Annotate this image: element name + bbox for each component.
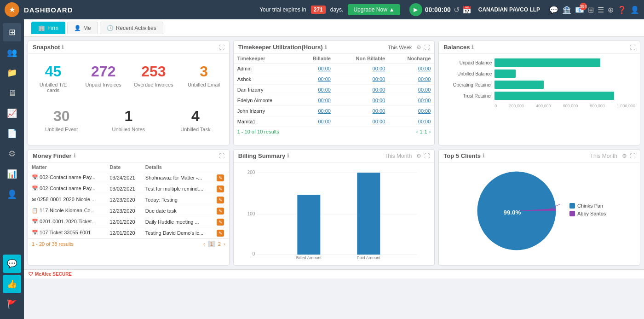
- edit-icon[interactable]: ✎: [217, 219, 224, 226]
- top5-settings-icon[interactable]: ⚙: [622, 153, 627, 159]
- sidebar-icon-thumbs[interactable]: 👍: [3, 275, 21, 293]
- sidebar-icon-reports[interactable]: 📊: [3, 165, 21, 183]
- tk-cell-nocharge[interactable]: 00:00: [389, 64, 434, 74]
- tk-cell-nonbillable[interactable]: 00:00: [334, 85, 389, 95]
- mf-cell-edit[interactable]: ✎: [213, 194, 229, 205]
- mf-cell-edit[interactable]: ✎: [213, 172, 229, 183]
- snapshot-item-task: 4 Unbilled Task: [162, 99, 229, 138]
- tk-cell-billable[interactable]: 00:00: [297, 85, 334, 95]
- money-finder-expand-icon[interactable]: ⛶: [219, 153, 224, 159]
- tab-firm[interactable]: 🏢 Firm: [31, 22, 65, 34]
- money-finder-info-icon[interactable]: ℹ: [74, 153, 75, 159]
- sidebar-icon-home[interactable]: ⊞: [3, 23, 21, 41]
- menu-nav-icon[interactable]: ☰: [598, 6, 604, 14]
- edit-icon[interactable]: ✎: [217, 186, 224, 192]
- balances-panel: Balances ℹ ⛶ Unpaid Balance: [438, 41, 640, 145]
- balances-info-icon[interactable]: ℹ: [472, 44, 473, 50]
- tk-cell-nonbillable[interactable]: 00:00: [334, 95, 389, 106]
- sidebar-icon-chat[interactable]: 💬: [3, 255, 21, 273]
- reset-timer-icon[interactable]: ↺: [454, 6, 460, 14]
- balances-actions: ⛶: [630, 44, 635, 51]
- snapshot-row1: 45 Unbilled T/E cards 272 Unpaid Invoice…: [28, 54, 229, 99]
- billing-summary-info-icon[interactable]: ℹ: [287, 153, 289, 159]
- timekeeper-settings-icon[interactable]: ⚙: [416, 44, 421, 51]
- tk-cell-billable[interactable]: 00:00: [297, 95, 334, 106]
- snapshot-info-icon[interactable]: ℹ: [62, 44, 63, 50]
- mf-next-icon[interactable]: ›: [224, 241, 225, 247]
- tk-row: Mamta1 00:00 00:00 00:00: [234, 116, 435, 127]
- grid-nav-icon[interactable]: ⊞: [588, 6, 594, 14]
- timekeeper-pagination: 1 - 10 of 10 results ‹ 1 1 ›: [234, 127, 435, 136]
- mf-row: 📅 0201-0001-2020-Ticket... 12/01/2020 Da…: [28, 216, 229, 227]
- legend-label-chinks: Chinks Pan: [577, 203, 603, 209]
- mf-row-icon: ✉: [32, 197, 36, 202]
- mf-cell-edit[interactable]: ✎: [213, 227, 229, 238]
- mf-results-text: 1 - 20 of 38 results: [32, 241, 74, 247]
- timekeeper-expand-icon[interactable]: ⛶: [424, 44, 430, 51]
- bar-label-unpaid: Unpaid Balance: [443, 60, 492, 65]
- chat-nav-icon[interactable]: 💬: [549, 6, 558, 14]
- mf-cell-edit[interactable]: ✎: [213, 216, 229, 227]
- tk-cell-nocharge[interactable]: 00:00: [389, 95, 434, 106]
- billing-settings-icon[interactable]: ⚙: [416, 153, 421, 159]
- top5-expand-icon[interactable]: ⛶: [630, 153, 635, 159]
- edit-icon[interactable]: ✎: [217, 230, 224, 237]
- notification-icon[interactable]: 📧 394: [575, 6, 584, 14]
- tk-cell-nonbillable[interactable]: 00:00: [334, 74, 389, 85]
- money-finder-actions: ⛶: [219, 153, 224, 159]
- bar-row-unbilled: Unbilled Balance: [443, 70, 635, 78]
- sidebar-icon-integrations[interactable]: ⚙: [3, 145, 21, 163]
- sidebar-icon-contacts[interactable]: 👤: [3, 185, 21, 203]
- play-button[interactable]: ▶: [409, 3, 422, 16]
- tk-col-nocharge: Nocharge: [389, 54, 434, 64]
- tk-cell-nocharge[interactable]: 00:00: [389, 85, 434, 95]
- tk-cell-nocharge[interactable]: 00:00: [389, 116, 434, 127]
- tk-cell-nocharge[interactable]: 00:00: [389, 74, 434, 85]
- timekeeper-info-icon[interactable]: ℹ: [325, 44, 327, 50]
- sidebar-icon-flag[interactable]: 🚩: [3, 295, 21, 313]
- tk-next-icon[interactable]: ›: [429, 129, 431, 134]
- edit-icon[interactable]: ✎: [217, 208, 224, 215]
- snapshot-label-event: Unbilled Event: [33, 127, 91, 132]
- help-nav-icon[interactable]: ❓: [617, 6, 627, 14]
- upgrade-button[interactable]: Upgrade Now ▲: [348, 4, 400, 15]
- snapshot-expand-icon[interactable]: ⛶: [219, 44, 224, 51]
- tab-me[interactable]: 👤 Me: [67, 22, 98, 34]
- tab-recent-activities[interactable]: 🕒 Recent Activities: [100, 22, 163, 34]
- top5-title: Top 5 Clients ℹ: [443, 152, 484, 159]
- tk-cell-nonbillable[interactable]: 00:00: [334, 106, 389, 116]
- mf-cell-edit[interactable]: ✎: [213, 205, 229, 216]
- tk-prev-icon[interactable]: ‹: [416, 129, 418, 134]
- calendar-icon[interactable]: 📅: [462, 6, 472, 14]
- sidebar-icon-documents[interactable]: 📁: [3, 64, 21, 82]
- tk-cell-nonbillable[interactable]: 00:00: [334, 64, 389, 74]
- edit-icon[interactable]: ✎: [217, 197, 224, 203]
- snapshot-number-overdue: 253: [133, 63, 174, 80]
- bank-nav-icon[interactable]: 🏦: [562, 6, 571, 14]
- tk-cell-billable[interactable]: 00:00: [297, 64, 334, 74]
- svg-text:0: 0: [252, 251, 255, 256]
- plus-nav-icon[interactable]: ⊕: [608, 6, 614, 14]
- top5-info-icon[interactable]: ℹ: [483, 153, 484, 159]
- billing-chart: 200 100 0 Billed Amount Paid Amount: [234, 162, 435, 265]
- tk-cell-nonbillable[interactable]: 00:00: [334, 116, 389, 127]
- tk-cell-nocharge[interactable]: 00:00: [389, 106, 434, 116]
- tk-cell-billable[interactable]: 00:00: [297, 116, 334, 127]
- mf-cell-details: Daily Huddle meeting ...: [142, 216, 213, 227]
- sidebar-icon-monitor[interactable]: 🖥: [3, 84, 21, 102]
- tk-cell-billable[interactable]: 00:00: [297, 106, 334, 116]
- sidebar-icon-invoice[interactable]: 📄: [3, 124, 21, 143]
- tk-cell-billable[interactable]: 00:00: [297, 74, 334, 85]
- billing-expand-icon[interactable]: ⛶: [424, 153, 430, 159]
- edit-icon[interactable]: ✎: [217, 174, 224, 181]
- sidebar-icon-chart[interactable]: 📈: [3, 104, 21, 122]
- snapshot-row2: 30 Unbilled Event 1 Unbilled Notes 4 Unb…: [28, 99, 229, 145]
- user-nav-icon[interactable]: 👤: [630, 6, 639, 14]
- sidebar-icon-clients[interactable]: 👥: [3, 43, 21, 62]
- mf-prev-icon[interactable]: ‹: [203, 241, 205, 247]
- mf-cell-edit[interactable]: ✎: [213, 183, 229, 194]
- mf-page1[interactable]: 1: [208, 241, 215, 247]
- mf-page2[interactable]: 2: [218, 241, 221, 247]
- trial-text: Your trial expires in: [259, 6, 306, 13]
- balances-expand-icon[interactable]: ⛶: [630, 44, 635, 51]
